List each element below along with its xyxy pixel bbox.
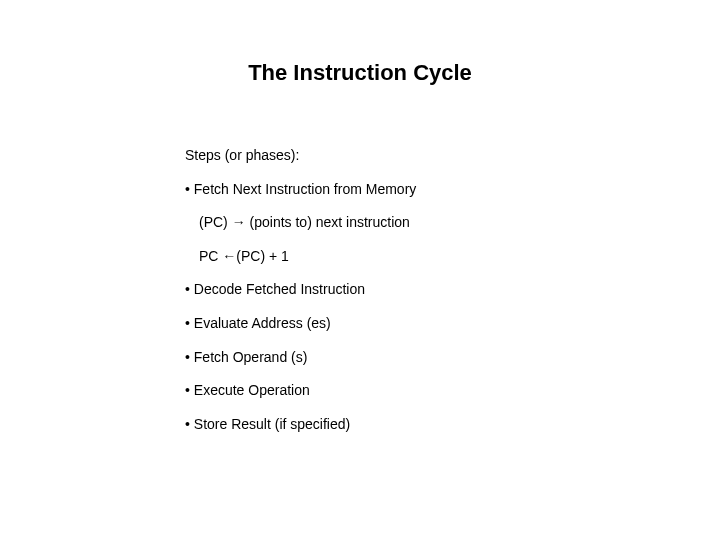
- arrow-left-icon: [222, 248, 236, 264]
- slide-title: The Instruction Cycle: [0, 60, 720, 86]
- bullet-fetch-operand: • Fetch Operand (s): [185, 348, 720, 368]
- slide-content: Steps (or phases): • Fetch Next Instruct…: [0, 146, 720, 434]
- pc-points-post: (points to) next instruction: [246, 214, 410, 230]
- bullet-evaluate-address: • Evaluate Address (es): [185, 314, 720, 334]
- bullet-store-result: • Store Result (if specified): [185, 415, 720, 435]
- sub-pc-points: (PC) (points to) next instruction: [185, 213, 720, 233]
- sub-pc-increment: PC (PC) + 1: [185, 247, 720, 267]
- arrow-right-icon: [232, 214, 246, 230]
- pc-inc-pre: PC: [199, 248, 222, 264]
- intro-text: Steps (or phases):: [185, 146, 720, 166]
- pc-inc-post: (PC) + 1: [236, 248, 289, 264]
- pc-points-pre: (PC): [199, 214, 232, 230]
- slide: The Instruction Cycle Steps (or phases):…: [0, 0, 720, 540]
- bullet-fetch-instruction: • Fetch Next Instruction from Memory: [185, 180, 720, 200]
- bullet-execute: • Execute Operation: [185, 381, 720, 401]
- bullet-decode: • Decode Fetched Instruction: [185, 280, 720, 300]
